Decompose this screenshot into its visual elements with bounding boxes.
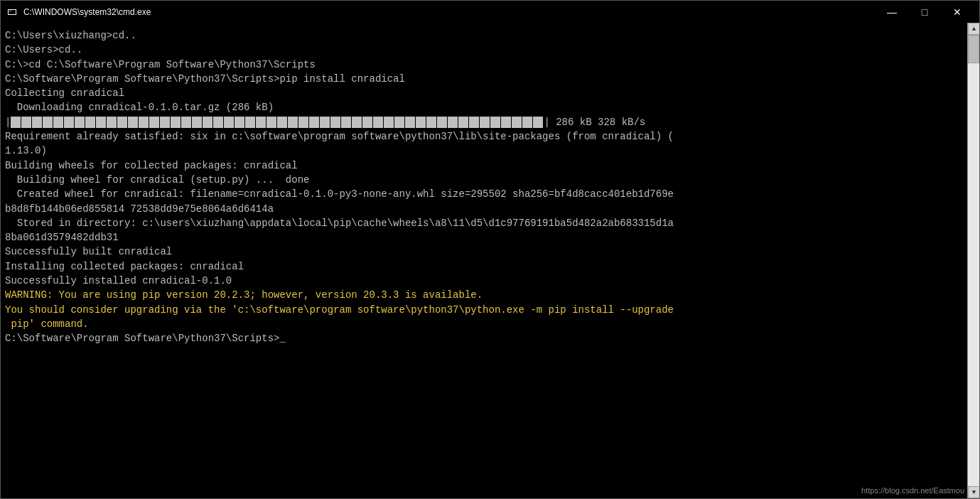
terminal-line: Stored in directory: c:\users\xiuzhang\a… [5,216,963,230]
terminal-line: Successfully installed cnradical-0.1.0 [5,274,963,288]
terminal-line: C:\Software\Program Software\Python37\Sc… [5,331,963,345]
terminal-line: C:\>cd C:\Software\Program Software\Pyth… [5,58,963,72]
terminal-line: C:\Software\Program Software\Python37\Sc… [5,72,963,86]
title-bar-icon [6,6,18,18]
scrollbar-track[interactable] [968,35,979,486]
scrollbar-thumb[interactable] [968,35,979,63]
maximize-button[interactable]: □ [908,1,941,23]
watermark: https://blog.csdn.net/Eastmou [861,486,964,495]
title-bar-text: C:\WINDOWS\system32\cmd.exe [23,7,876,17]
terminal-line: 8ba061d3579482ddb31 [5,230,963,245]
title-bar: C:\WINDOWS\system32\cmd.exe — □ ✕ [0,0,980,23]
terminal-line: b8d8fb144b06ed855814 72538dd9e75e8064a6d… [5,202,963,216]
minimize-button[interactable]: — [876,1,908,23]
terminal-line: WARNING: You are using pip version 20.2.… [5,288,963,302]
svg-rect-2 [9,10,16,14]
terminal-line: Collecting cnradical [5,86,963,100]
close-button[interactable]: ✕ [941,1,974,23]
terminal-line: Building wheel for cnradical (setup.py) … [5,173,963,187]
terminal-line: Successfully built cnradical [5,245,963,259]
terminal-line: Created wheel for cnradical: filename=cn… [5,187,963,201]
svg-rect-3 [9,11,11,11]
terminal-line: Requirement already satisfied: six in c:… [5,129,963,144]
terminal-line: pip' command. [5,317,963,331]
terminal-line: 1.13.0) [5,144,963,158]
terminal: C:\Users\xiuzhang>cd..C:\Users>cd..C:\>c… [1,23,967,498]
terminal-line: C:\Users>cd.. [5,43,963,57]
terminal-line: Building wheels for collected packages: … [5,159,963,173]
terminal-line: C:\Users\xiuzhang>cd.. [5,28,963,43]
progress-bar-line: || 286 kB 328 kB/s [5,115,963,129]
terminal-line: Installing collected packages: cnradical [5,259,963,274]
scroll-up-arrow[interactable]: ▲ [968,23,980,35]
scroll-down-arrow[interactable]: ▼ [968,486,980,498]
title-bar-controls[interactable]: — □ ✕ [876,1,974,23]
terminal-line: Downloading cnradical-0.1.0.tar.gz (286 … [5,100,963,114]
terminal-line: You should consider upgrading via the 'c… [5,303,963,317]
scrollbar[interactable]: ▲ ▼ [967,23,979,498]
